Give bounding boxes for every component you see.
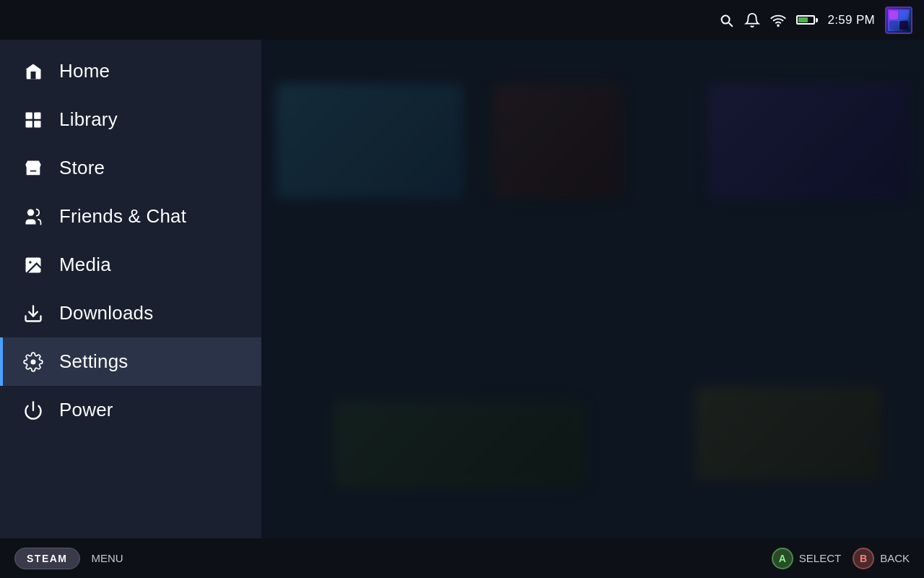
downloads-icon [23,303,43,324]
select-button[interactable]: A SELECT [772,548,841,569]
blur-region-2 [492,83,622,199]
friends-icon [23,207,43,227]
svg-rect-9 [34,121,40,127]
sidebar-item-store[interactable]: Store [0,144,261,192]
back-label: BACK [880,552,910,564]
avatar-button[interactable] [885,7,912,34]
svg-rect-6 [26,112,32,118]
sidebar-library-label: Library [59,108,118,131]
search-icon[interactable] [718,12,734,28]
sidebar-power-label: Power [59,399,113,421]
settings-icon [23,352,43,372]
sidebar-friends-label: Friends & Chat [59,205,186,228]
svg-rect-2 [889,11,898,20]
right-controls: A SELECT B BACK [772,548,910,569]
svg-rect-5 [899,21,908,30]
svg-rect-8 [26,121,32,127]
sidebar-item-downloads[interactable]: Downloads [0,289,261,337]
sidebar-item-home[interactable]: Home [0,47,261,95]
notification-icon[interactable] [744,12,760,28]
sidebar-item-media[interactable]: Media [0,241,261,289]
sidebar-media-label: Media [59,254,111,276]
sidebar-settings-label: Settings [59,350,128,373]
bottom-bar: STEAM MENU A SELECT B BACK [0,538,924,578]
steam-label: STEAM [27,553,68,564]
sidebar-item-power[interactable]: Power [0,386,261,434]
svg-point-10 [27,209,34,215]
svg-rect-7 [34,112,40,118]
sidebar: Home Library Store [0,40,261,578]
b-button-circle: B [853,548,874,569]
time-display: 2:59 PM [828,13,875,27]
svg-rect-4 [889,21,898,30]
blur-region-1 [276,83,463,199]
svg-rect-3 [899,11,908,20]
media-icon [23,255,43,275]
select-label: SELECT [799,552,841,564]
active-indicator [0,337,3,386]
store-icon [23,158,43,178]
blur-region-5 [694,387,882,480]
power-icon [23,400,43,420]
back-button[interactable]: B BACK [853,548,910,569]
library-icon [23,110,43,130]
blur-region-4 [334,401,586,488]
main-content [261,40,924,578]
a-button-circle: A [772,548,793,569]
broadcast-icon[interactable] [770,12,786,28]
sidebar-item-settings[interactable]: Settings [0,337,261,386]
sidebar-home-label: Home [59,60,110,82]
menu-label: MENU [92,552,123,564]
background-blur [261,40,924,578]
blur-region-3 [707,83,910,199]
steam-button[interactable]: STEAM [14,548,80,569]
sidebar-item-friends[interactable]: Friends & Chat [0,192,261,241]
svg-point-12 [29,261,32,264]
top-bar: 2:59 PM [0,0,924,40]
battery-icon [796,15,818,25]
svg-point-0 [777,25,779,26]
sidebar-store-label: Store [59,157,105,179]
sidebar-item-library[interactable]: Library [0,95,261,144]
home-icon [23,61,43,82]
svg-point-14 [31,359,36,364]
sidebar-downloads-label: Downloads [59,302,153,324]
